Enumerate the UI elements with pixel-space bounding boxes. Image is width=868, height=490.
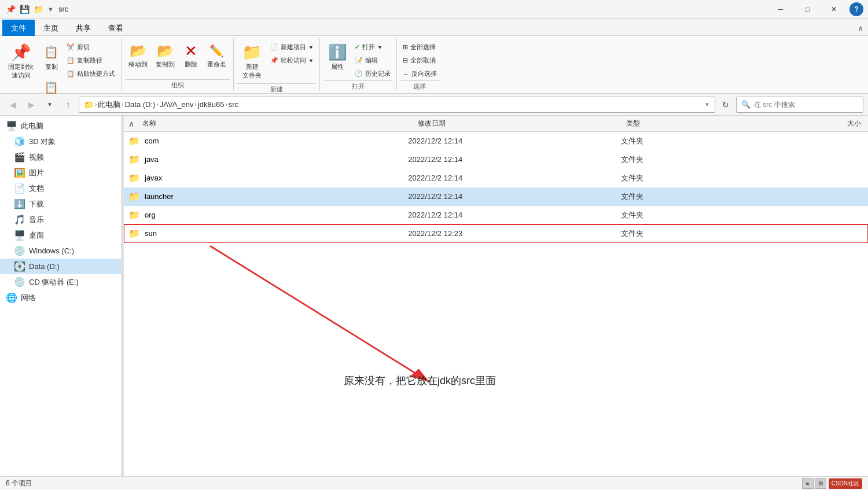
table-row[interactable]: 📁 java 2022/12/2 12:14 文件夹 xyxy=(124,150,868,169)
refresh-button[interactable]: ↻ xyxy=(718,97,734,113)
pin-label: 固定到快 速访问 xyxy=(8,62,34,80)
annotation-text: 原来没有，把它放在jdk的src里面 xyxy=(344,374,496,388)
col-type-header[interactable]: 类型 xyxy=(624,119,764,128)
path-jdk8u65[interactable]: jdk8u65 xyxy=(198,100,225,109)
view-grid-button[interactable]: ⊞ xyxy=(815,478,826,489)
sidebar-item-network[interactable]: 🌐 网络 xyxy=(0,290,121,305)
up-button[interactable]: ↑ xyxy=(60,97,76,113)
file-list: ∧ 名称 修改日期 类型 大小 📁 com 2022/12/2 12:14 文件… xyxy=(124,116,868,476)
folder-icon: 📁 xyxy=(128,172,140,183)
invert-selection-button[interactable]: ↔ 反向选择 xyxy=(400,68,439,79)
folder-icon: 📁 xyxy=(128,191,140,202)
pin-icon: 📌 xyxy=(5,3,16,15)
rename-button[interactable]: ✏️ 重命名 xyxy=(204,39,230,71)
sidebar-item-videos[interactable]: 🎬 视频 xyxy=(0,149,121,165)
delete-icon: ✕ xyxy=(185,42,197,60)
ribbon-collapse-button[interactable]: ∧ xyxy=(855,21,866,35)
sidebar-item-downloads[interactable]: ⬇️ 下载 xyxy=(0,196,121,212)
delete-button[interactable]: ✕ 删除 xyxy=(179,39,203,71)
pictures-icon: 🖼️ xyxy=(14,167,25,178)
copy-to-button[interactable]: 📂 复制到 xyxy=(152,39,178,71)
delete-label: 删除 xyxy=(185,60,197,69)
col-name-header[interactable]: 名称 xyxy=(140,119,415,128)
table-row[interactable]: 📁 launcher 2022/12/2 12:14 文件夹 xyxy=(124,187,868,206)
edit-button[interactable]: 📝 编辑 xyxy=(352,55,393,66)
quick-access-dropdown[interactable]: ▼ xyxy=(47,6,54,13)
table-row[interactable]: 📁 sun 2022/12/2 12:23 文件夹 xyxy=(124,224,868,243)
move-to-label: 移动到 xyxy=(128,60,148,69)
history-button[interactable]: 🕐 历史记录 xyxy=(352,68,393,79)
maximize-icon: □ xyxy=(805,5,809,13)
sidebar-item-documents[interactable]: 📄 文档 xyxy=(0,180,121,196)
pin-to-quick-access-button[interactable]: 📌 固定到快 速访问 xyxy=(3,39,38,82)
move-to-button[interactable]: 📂 移动到 xyxy=(125,39,151,71)
paste-shortcut-button[interactable]: 📋 粘贴快捷方式 xyxy=(64,68,117,79)
easy-access-button[interactable]: 📌 轻松访问 ▼ xyxy=(268,55,316,66)
cut-icon: ✂️ xyxy=(67,43,75,51)
path-src[interactable]: src xyxy=(229,100,238,109)
file-type: 文件夹 xyxy=(619,136,762,146)
table-row[interactable]: 📁 com 2022/12/2 12:14 文件夹 xyxy=(124,132,868,150)
select-none-button[interactable]: ⊟ 全部取消 xyxy=(400,55,439,66)
sidebar-item-music[interactable]: 🎵 音乐 xyxy=(0,212,121,227)
dropdown-button[interactable]: ▼ xyxy=(42,97,58,113)
sidebar-item-desktop[interactable]: 🖥️ 桌面 xyxy=(0,227,121,243)
tab-file[interactable]: 文件 xyxy=(2,20,35,36)
tab-view[interactable]: 查看 xyxy=(100,20,132,36)
sidebar-item-cd-e[interactable]: 💿 CD 驱动器 (E:) xyxy=(0,274,121,290)
table-row[interactable]: 📁 org 2022/12/2 12:14 文件夹 xyxy=(124,206,868,224)
path-data-d[interactable]: Data (D:) xyxy=(125,100,156,109)
search-input[interactable] xyxy=(754,101,858,109)
col-size-header[interactable]: 大小 xyxy=(764,119,863,128)
title-bar: 📌 💾 📁 ▼ src ─ □ ✕ ? xyxy=(0,0,868,19)
address-path[interactable]: 📁 › 此电脑 › Data (D:) › JAVA_env › jdk8u65… xyxy=(79,97,715,113)
view-list-button[interactable]: ≡ xyxy=(802,478,814,489)
properties-label: 属性 xyxy=(331,62,344,71)
main-content: 🖥️ 此电脑 🧊 3D 对象 🎬 视频 🖼️ 图片 📄 文档 ⬇️ 下载 🎵 音… xyxy=(0,116,868,476)
open-check-icon: ✔ xyxy=(355,43,360,51)
cut-button[interactable]: ✂️ 剪切 xyxy=(64,42,117,53)
tab-share[interactable]: 共享 xyxy=(67,20,100,36)
select-all-button[interactable]: ⊞ 全部选择 xyxy=(400,42,439,53)
sidebar-item-this-pc[interactable]: 🖥️ 此电脑 xyxy=(0,118,121,134)
desktop-label: 桌面 xyxy=(29,230,44,241)
sidebar-item-3d-objects[interactable]: 🧊 3D 对象 xyxy=(0,134,121,149)
cd-e-label: CD 驱动器 (E:) xyxy=(29,277,79,288)
file-date: 2022/12/2 12:14 xyxy=(406,137,618,145)
forward-button[interactable]: ▶ xyxy=(23,97,39,113)
back-button[interactable]: ◀ xyxy=(5,97,21,113)
properties-button[interactable]: ℹ️ 属性 xyxy=(323,39,351,73)
copy-path-icon: 📋 xyxy=(67,57,75,64)
tab-home[interactable]: 主页 xyxy=(35,20,67,36)
edit-icon: 📝 xyxy=(355,57,363,64)
new-folder-button[interactable]: 📁 新建 文件夹 xyxy=(237,39,267,82)
path-java-env[interactable]: JAVA_env xyxy=(160,100,194,109)
help-button[interactable]: ? xyxy=(849,2,863,16)
col-date-header[interactable]: 修改日期 xyxy=(415,119,623,128)
sidebar-item-data-d[interactable]: 💽 Data (D:) xyxy=(0,259,121,274)
sidebar: 🖥️ 此电脑 🧊 3D 对象 🎬 视频 🖼️ 图片 📄 文档 ⬇️ 下载 🎵 音… xyxy=(0,116,122,476)
copy-path-button[interactable]: 📋 复制路径 xyxy=(64,55,117,66)
file-list-header: ∧ 名称 修改日期 类型 大小 xyxy=(124,116,868,132)
file-name-label: java xyxy=(145,155,159,164)
copy-label: 复制 xyxy=(45,62,58,71)
sidebar-item-windows-c[interactable]: 💿 Windows (C:) xyxy=(0,243,121,259)
ribbon-group-new: 📁 新建 文件夹 📄 新建项目 ▼ 📌 轻松访问 ▼ 新建 xyxy=(234,38,320,91)
new-folder-icon: 📁 xyxy=(242,42,262,62)
minimize-button[interactable]: ─ xyxy=(767,0,794,19)
sidebar-item-pictures[interactable]: 🖼️ 图片 xyxy=(0,165,121,180)
data-d-label: Data (D:) xyxy=(29,262,60,271)
select-all-label: 全部选择 xyxy=(410,43,436,51)
path-pc[interactable]: 此电脑 xyxy=(98,100,120,110)
table-row[interactable]: 📁 javax 2022/12/2 12:14 文件夹 xyxy=(124,169,868,187)
maximize-button[interactable]: □ xyxy=(794,0,821,19)
col-toggle[interactable]: ∧ xyxy=(128,119,140,128)
copy-button[interactable]: 📋 复制 xyxy=(39,39,63,73)
open-button[interactable]: ✔ 打开 ▼ xyxy=(352,42,393,53)
path-dropdown-arrow[interactable]: ▼ xyxy=(704,101,710,108)
close-button[interactable]: ✕ xyxy=(821,0,847,19)
new-item-button[interactable]: 📄 新建项目 ▼ xyxy=(268,42,316,53)
file-date: 2022/12/2 12:23 xyxy=(406,229,618,238)
file-type: 文件夹 xyxy=(619,191,762,202)
rename-label: 重命名 xyxy=(207,60,226,69)
